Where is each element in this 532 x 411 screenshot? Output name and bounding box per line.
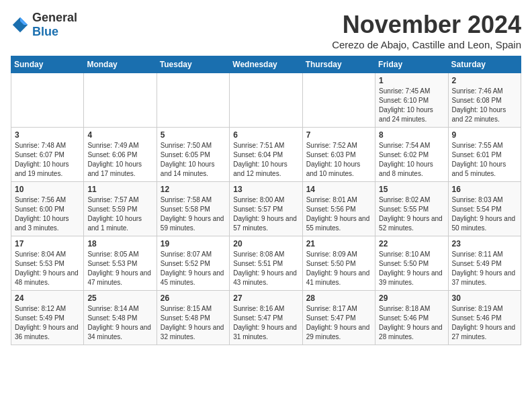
day-header-tuesday: Tuesday xyxy=(157,56,229,73)
day-number: 20 xyxy=(233,239,298,248)
cell-info: Sunrise: 8:02 AM Sunset: 5:55 PM Dayligh… xyxy=(379,195,444,233)
cell-info: Sunrise: 7:48 AM Sunset: 6:07 PM Dayligh… xyxy=(15,141,80,179)
calendar-table: SundayMondayTuesdayWednesdayThursdayFrid… xyxy=(11,56,521,345)
cell-info: Sunrise: 8:15 AM Sunset: 5:48 PM Dayligh… xyxy=(161,304,226,342)
calendar-cell: 30Sunrise: 8:19 AM Sunset: 5:46 PM Dayli… xyxy=(448,291,521,345)
day-number: 4 xyxy=(87,130,152,140)
cell-info: Sunrise: 8:03 AM Sunset: 5:54 PM Dayligh… xyxy=(452,195,517,233)
calendar-cell xyxy=(11,73,84,128)
day-number: 5 xyxy=(161,130,226,140)
day-number: 7 xyxy=(306,130,371,140)
day-number: 9 xyxy=(452,130,517,140)
day-number: 8 xyxy=(379,130,444,140)
day-number: 16 xyxy=(452,185,517,194)
calendar-cell xyxy=(157,73,229,128)
calendar-cell: 8Sunrise: 7:54 AM Sunset: 6:02 PM Daylig… xyxy=(375,128,448,182)
cell-info: Sunrise: 7:45 AM Sunset: 6:10 PM Dayligh… xyxy=(379,87,444,124)
day-number: 22 xyxy=(379,239,444,248)
day-number: 29 xyxy=(379,293,444,303)
day-number: 11 xyxy=(87,185,152,194)
calendar-cell: 6Sunrise: 7:51 AM Sunset: 6:04 PM Daylig… xyxy=(230,128,302,182)
day-number: 19 xyxy=(161,239,226,248)
day-header-thursday: Thursday xyxy=(302,56,375,73)
day-header-saturday: Saturday xyxy=(448,56,521,73)
cell-info: Sunrise: 8:10 AM Sunset: 5:50 PM Dayligh… xyxy=(379,250,444,287)
calendar-cell: 26Sunrise: 8:15 AM Sunset: 5:48 PM Dayli… xyxy=(157,291,229,345)
day-number: 28 xyxy=(306,293,371,303)
calendar-cell: 1Sunrise: 7:45 AM Sunset: 6:10 PM Daylig… xyxy=(375,73,448,128)
week-row-1: 1Sunrise: 7:45 AM Sunset: 6:10 PM Daylig… xyxy=(11,73,521,128)
day-number: 15 xyxy=(379,185,444,194)
day-number: 26 xyxy=(161,293,226,303)
calendar-cell: 21Sunrise: 8:09 AM Sunset: 5:50 PM Dayli… xyxy=(302,236,375,291)
calendar-cell: 7Sunrise: 7:52 AM Sunset: 6:03 PM Daylig… xyxy=(302,128,375,182)
cell-info: Sunrise: 8:17 AM Sunset: 5:47 PM Dayligh… xyxy=(306,304,371,342)
day-number: 12 xyxy=(161,185,226,194)
logo: General Blue xyxy=(11,11,77,39)
calendar-cell: 20Sunrise: 8:08 AM Sunset: 5:51 PM Dayli… xyxy=(230,236,302,291)
cell-info: Sunrise: 8:11 AM Sunset: 5:49 PM Dayligh… xyxy=(452,250,517,287)
calendar-cell xyxy=(84,73,157,128)
calendar-cell: 17Sunrise: 8:04 AM Sunset: 5:53 PM Dayli… xyxy=(11,236,84,291)
calendar-cell: 27Sunrise: 8:16 AM Sunset: 5:47 PM Dayli… xyxy=(230,291,302,345)
cell-info: Sunrise: 8:00 AM Sunset: 5:57 PM Dayligh… xyxy=(233,195,298,233)
day-number: 13 xyxy=(233,185,298,194)
day-number: 1 xyxy=(379,76,444,85)
cell-info: Sunrise: 7:52 AM Sunset: 6:03 PM Dayligh… xyxy=(306,141,371,179)
day-number: 2 xyxy=(452,76,517,85)
cell-info: Sunrise: 8:18 AM Sunset: 5:46 PM Dayligh… xyxy=(379,304,444,342)
week-row-2: 3Sunrise: 7:48 AM Sunset: 6:07 PM Daylig… xyxy=(11,128,521,182)
calendar-cell: 11Sunrise: 7:57 AM Sunset: 5:59 PM Dayli… xyxy=(84,182,157,236)
calendar-cell: 3Sunrise: 7:48 AM Sunset: 6:07 PM Daylig… xyxy=(11,128,84,182)
day-number: 3 xyxy=(15,130,80,140)
calendar-cell: 29Sunrise: 8:18 AM Sunset: 5:46 PM Dayli… xyxy=(375,291,448,345)
day-number: 27 xyxy=(233,293,298,303)
cell-info: Sunrise: 7:57 AM Sunset: 5:59 PM Dayligh… xyxy=(87,195,152,233)
day-number: 17 xyxy=(15,239,80,248)
cell-info: Sunrise: 8:14 AM Sunset: 5:48 PM Dayligh… xyxy=(87,304,152,342)
calendar-cell: 23Sunrise: 8:11 AM Sunset: 5:49 PM Dayli… xyxy=(448,236,521,291)
cell-info: Sunrise: 8:19 AM Sunset: 5:46 PM Dayligh… xyxy=(452,304,517,342)
week-row-3: 10Sunrise: 7:56 AM Sunset: 6:00 PM Dayli… xyxy=(11,182,521,236)
calendar-cell: 25Sunrise: 8:14 AM Sunset: 5:48 PM Dayli… xyxy=(84,291,157,345)
day-number: 14 xyxy=(306,185,371,194)
cell-info: Sunrise: 8:04 AM Sunset: 5:53 PM Dayligh… xyxy=(15,250,80,287)
cell-info: Sunrise: 7:54 AM Sunset: 6:02 PM Dayligh… xyxy=(379,141,444,179)
month-title: November 2024 xyxy=(332,11,521,39)
day-header-wednesday: Wednesday xyxy=(230,56,302,73)
day-number: 21 xyxy=(306,239,371,248)
day-number: 25 xyxy=(87,293,152,303)
cell-info: Sunrise: 7:58 AM Sunset: 5:58 PM Dayligh… xyxy=(161,195,226,233)
calendar-cell: 2Sunrise: 7:46 AM Sunset: 6:08 PM Daylig… xyxy=(448,73,521,128)
calendar-cell: 9Sunrise: 7:55 AM Sunset: 6:01 PM Daylig… xyxy=(448,128,521,182)
day-number: 24 xyxy=(15,293,80,303)
day-number: 10 xyxy=(15,185,80,194)
cell-info: Sunrise: 7:51 AM Sunset: 6:04 PM Dayligh… xyxy=(233,141,298,179)
logo-general: General xyxy=(32,11,77,24)
calendar-cell: 28Sunrise: 8:17 AM Sunset: 5:47 PM Dayli… xyxy=(302,291,375,345)
calendar-cell: 14Sunrise: 8:01 AM Sunset: 5:56 PM Dayli… xyxy=(302,182,375,236)
day-number: 18 xyxy=(87,239,152,248)
cell-info: Sunrise: 7:49 AM Sunset: 6:06 PM Dayligh… xyxy=(87,141,152,179)
calendar-cell: 16Sunrise: 8:03 AM Sunset: 5:54 PM Dayli… xyxy=(448,182,521,236)
calendar-cell: 13Sunrise: 8:00 AM Sunset: 5:57 PM Dayli… xyxy=(230,182,302,236)
day-number: 23 xyxy=(452,239,517,248)
calendar-cell: 12Sunrise: 7:58 AM Sunset: 5:58 PM Dayli… xyxy=(157,182,229,236)
calendar-cell xyxy=(230,73,302,128)
day-header-monday: Monday xyxy=(84,56,157,73)
week-row-4: 17Sunrise: 8:04 AM Sunset: 5:53 PM Dayli… xyxy=(11,236,521,291)
calendar-cell: 4Sunrise: 7:49 AM Sunset: 6:06 PM Daylig… xyxy=(84,128,157,182)
day-number: 30 xyxy=(452,293,517,303)
day-header-sunday: Sunday xyxy=(11,56,84,73)
cell-info: Sunrise: 7:55 AM Sunset: 6:01 PM Dayligh… xyxy=(452,141,517,179)
cell-info: Sunrise: 7:56 AM Sunset: 6:00 PM Dayligh… xyxy=(15,195,80,233)
calendar-cell: 22Sunrise: 8:10 AM Sunset: 5:50 PM Dayli… xyxy=(375,236,448,291)
calendar-cell: 19Sunrise: 8:07 AM Sunset: 5:52 PM Dayli… xyxy=(157,236,229,291)
cell-info: Sunrise: 8:12 AM Sunset: 5:49 PM Dayligh… xyxy=(15,304,80,342)
calendar-cell: 18Sunrise: 8:05 AM Sunset: 5:53 PM Dayli… xyxy=(84,236,157,291)
calendar-cell: 15Sunrise: 8:02 AM Sunset: 5:55 PM Dayli… xyxy=(375,182,448,236)
calendar-cell xyxy=(302,73,375,128)
cell-info: Sunrise: 7:50 AM Sunset: 6:05 PM Dayligh… xyxy=(161,141,226,179)
logo-icon xyxy=(11,15,30,34)
cell-info: Sunrise: 8:01 AM Sunset: 5:56 PM Dayligh… xyxy=(306,195,371,233)
